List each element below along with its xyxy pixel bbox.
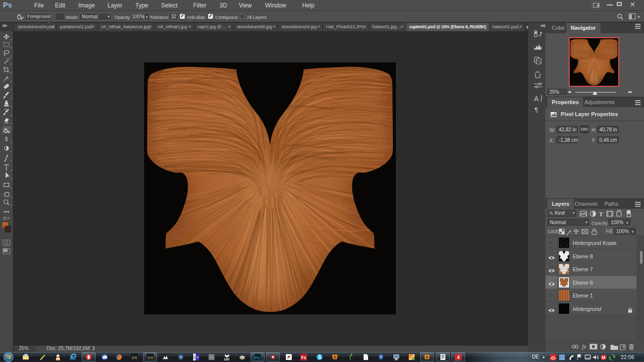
svg-text:Ps: Ps xyxy=(255,356,260,360)
svg-text:DS: DS xyxy=(132,356,137,360)
svg-text:fx: fx xyxy=(582,343,587,350)
svg-text:M: M xyxy=(602,355,606,360)
svg-text:V: V xyxy=(196,355,199,360)
svg-text:S: S xyxy=(318,355,322,360)
svg-text:¶: ¶ xyxy=(535,106,538,114)
svg-text:UV: UV xyxy=(224,357,229,361)
svg-text:Fz: Fz xyxy=(301,355,306,360)
svg-text:A: A xyxy=(534,95,539,103)
svg-text:T: T xyxy=(599,210,603,218)
svg-text:DS: DS xyxy=(148,356,153,360)
